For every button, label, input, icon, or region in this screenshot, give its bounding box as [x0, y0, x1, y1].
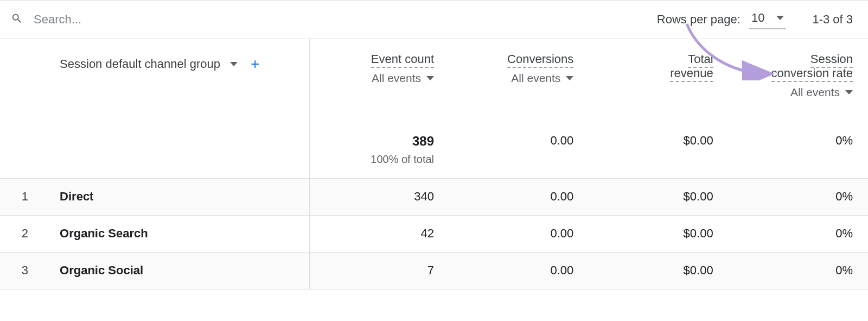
session-cr-filter-label: All events — [790, 86, 840, 99]
totals-event-count: 389 100% of total — [310, 126, 449, 178]
header-dimension: Session default channel group + — [38, 39, 310, 126]
table-row[interactable]: 2 Organic Search 42 0.00 $0.00 0% — [0, 215, 868, 252]
rows-per-page-value: 10 — [751, 11, 764, 25]
row-index: 3 — [0, 252, 38, 289]
add-dimension-button[interactable]: + — [251, 55, 259, 73]
row-revenue: $0.00 — [589, 252, 728, 289]
row-conversions: 0.00 — [449, 252, 589, 289]
chevron-down-icon — [845, 90, 853, 95]
header-revenue-label-1: Total — [688, 52, 713, 68]
row-conversions: 0.00 — [449, 215, 589, 252]
header-event-count-label: Event count — [371, 52, 434, 68]
table-row[interactable]: 1 Direct 340 0.00 $0.00 0% — [0, 178, 868, 215]
rows-per-page: Rows per page: 10 — [657, 10, 787, 29]
session-cr-filter[interactable]: All events — [790, 86, 853, 99]
dimension-label: Session default channel group — [60, 57, 220, 71]
data-table: Session default channel group + Event co… — [0, 39, 868, 289]
totals-conversions: 0.00 — [449, 126, 589, 178]
search-input[interactable] — [33, 12, 250, 27]
header-conversions-label: Conversions — [507, 52, 573, 68]
toolbar: Rows per page: 10 1-3 of 3 — [0, 0, 868, 39]
row-conversions: 0.00 — [449, 178, 589, 215]
totals-session-cr: 0% — [729, 126, 868, 178]
row-dimension[interactable]: Direct — [38, 178, 310, 215]
totals-row: 389 100% of total 0.00 $0.00 0% — [0, 126, 868, 178]
header-conversions[interactable]: Conversions All events — [449, 39, 589, 126]
header-index — [0, 39, 38, 126]
row-revenue: $0.00 — [589, 215, 728, 252]
search-icon — [11, 12, 23, 27]
table-row[interactable]: 3 Organic Social 7 0.00 $0.00 0% — [0, 252, 868, 289]
conversions-filter-label: All events — [511, 72, 560, 85]
chevron-down-icon — [776, 16, 784, 20]
row-session-cr: 0% — [729, 252, 868, 289]
header-session-cr-label-2: conversion rate — [771, 66, 853, 82]
table-body: 1 Direct 340 0.00 $0.00 0% 2 Organic Sea… — [0, 178, 868, 289]
report-container: Rows per page: 10 1-3 of 3 Session defau… — [0, 0, 868, 289]
row-session-cr: 0% — [729, 178, 868, 215]
header-event-count[interactable]: Event count All events — [310, 39, 449, 126]
row-event-count: 340 — [310, 178, 449, 215]
chevron-down-icon — [426, 76, 434, 80]
conversions-filter[interactable]: All events — [511, 72, 573, 85]
row-dimension[interactable]: Organic Search — [38, 215, 310, 252]
event-count-filter-label: All events — [372, 72, 421, 85]
header-total-revenue[interactable]: Total revenue — [589, 39, 728, 126]
row-revenue: $0.00 — [589, 178, 728, 215]
row-session-cr: 0% — [729, 215, 868, 252]
row-event-count: 7 — [310, 252, 449, 289]
row-index: 1 — [0, 178, 38, 215]
chevron-down-icon — [566, 76, 573, 80]
rows-per-page-select[interactable]: 10 — [749, 10, 786, 29]
header-session-conversion-rate[interactable]: Session conversion rate All events — [729, 39, 868, 126]
totals-revenue: $0.00 — [589, 126, 728, 178]
event-count-filter[interactable]: All events — [372, 72, 434, 85]
table-header-row: Session default channel group + Event co… — [0, 39, 868, 126]
header-session-cr-label-1: Session — [810, 52, 853, 68]
header-revenue-label-2: revenue — [670, 66, 713, 82]
rows-per-page-label: Rows per page: — [657, 12, 741, 27]
row-index: 2 — [0, 215, 38, 252]
pagination-range: 1-3 of 3 — [812, 12, 853, 27]
row-event-count: 42 — [310, 215, 449, 252]
chevron-down-icon[interactable] — [230, 62, 238, 66]
row-dimension[interactable]: Organic Social — [38, 252, 310, 289]
